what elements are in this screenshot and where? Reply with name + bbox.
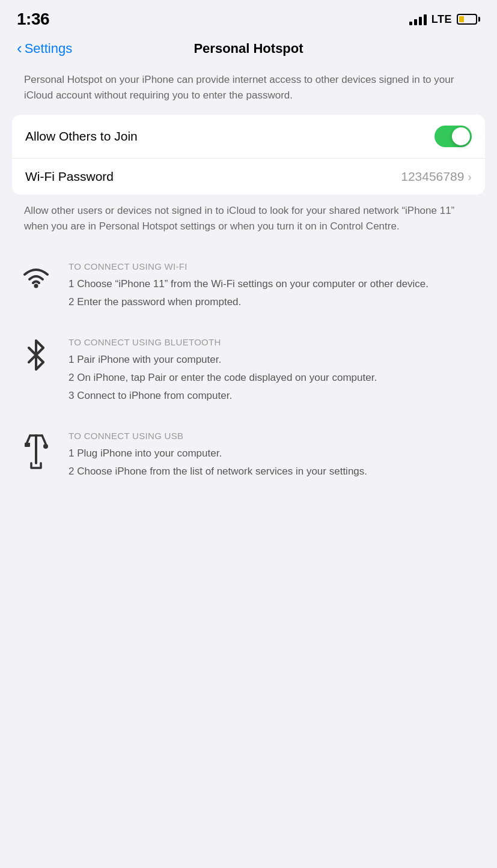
signal-bars-icon [409,13,427,25]
wifi-connect-title: TO CONNECT USING WI-FI [69,261,479,272]
wifi-step-1: 1 Choose “iPhone 11” from the Wi-Fi sett… [69,276,479,292]
back-button[interactable]: ‹ Settings [17,41,72,56]
bluetooth-step-3: 3 Connect to iPhone from computer. [69,388,479,404]
wifi-password-value-group: 123456789 › [401,169,472,184]
svg-rect-4 [25,443,30,447]
usb-icon [18,431,54,469]
bluetooth-connect-content: TO CONNECT USING BLUETOOTH 1 Pair iPhone… [69,337,479,407]
status-time: 1:36 [17,10,49,29]
description-text: Personal Hotspot on your iPhone can prov… [0,66,497,115]
usb-connect-section: TO CONNECT USING USB 1 Plug iPhone into … [0,421,497,492]
wifi-connect-section: TO CONNECT USING WI-FI 1 Choose “iPhone … [0,252,497,323]
wifi-icon [18,261,54,290]
bluetooth-connect-section: TO CONNECT USING BLUETOOTH 1 Pair iPhone… [0,327,497,416]
svg-line-3 [26,436,30,444]
usb-step-2: 2 Choose iPhone from the list of network… [69,464,479,479]
bluetooth-step-1: 1 Pair iPhone with your computer. [69,352,479,368]
allow-others-label: Allow Others to Join [25,129,138,144]
toggle-thumb [452,127,470,145]
wifi-password-label: Wi-Fi Password [25,169,114,184]
back-label: Settings [25,41,73,56]
chevron-right-icon: › [468,170,472,184]
footer-note: Allow other users or devices not signed … [0,195,497,252]
wifi-password-row[interactable]: Wi-Fi Password 123456789 › [12,158,485,195]
allow-others-row: Allow Others to Join [12,115,485,158]
back-chevron-icon: ‹ [17,40,22,56]
usb-connect-title: TO CONNECT USING USB [69,431,479,441]
battery-icon [457,14,480,25]
wifi-step-2: 2 Enter the password when prompted. [69,294,479,310]
svg-point-0 [34,284,38,288]
page-title: Personal Hotspot [194,41,303,56]
status-bar: 1:36 LTE [0,0,497,36]
allow-others-toggle[interactable] [434,126,472,147]
lte-icon: LTE [431,13,452,26]
svg-line-5 [42,436,46,444]
svg-point-6 [43,444,48,449]
settings-card: Allow Others to Join Wi-Fi Password 1234… [12,115,485,195]
status-icons: LTE [409,13,480,26]
nav-bar: ‹ Settings Personal Hotspot [0,36,497,66]
bluetooth-step-2: 2 On iPhone, tap Pair or enter the code … [69,370,479,386]
usb-connect-content: TO CONNECT USING USB 1 Plug iPhone into … [69,431,479,482]
bluetooth-connect-title: TO CONNECT USING BLUETOOTH [69,337,479,347]
usb-step-1: 1 Plug iPhone into your computer. [69,446,479,461]
wifi-connect-content: TO CONNECT USING WI-FI 1 Choose “iPhone … [69,261,479,313]
wifi-password-value: 123456789 [401,169,464,184]
bluetooth-icon [18,337,54,371]
